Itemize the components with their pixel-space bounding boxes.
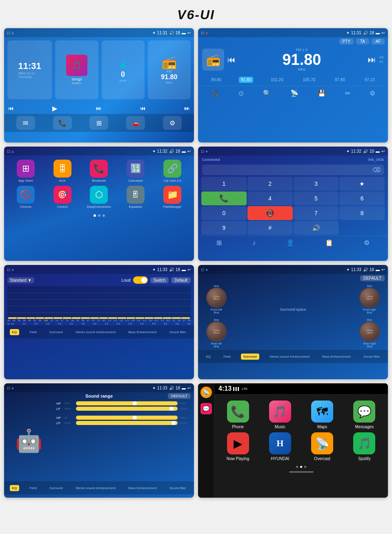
- phone-input-bar[interactable]: ⌫: [202, 165, 384, 175]
- surround-default-btn[interactable]: DEFAULT: [360, 275, 385, 281]
- fm-edit-icon[interactable]: ✏: [345, 89, 350, 97]
- fm-save-icon[interactable]: 💾: [318, 89, 326, 97]
- fm-toggle-icon[interactable]: ⊙: [238, 89, 244, 97]
- nav-phone-btn[interactable]: 📞: [53, 116, 72, 130]
- fm-prev-btn[interactable]: ⏮: [140, 105, 146, 111]
- key-volume[interactable]: 🔊: [294, 221, 339, 235]
- cp-app-spotify[interactable]: 🎵 Spotify: [345, 432, 384, 461]
- app-easyconnect[interactable]: ⬡ EasyConnection: [82, 186, 116, 209]
- surround-tab-surround[interactable]: Surround: [241, 354, 259, 360]
- eq-preset-dropdown[interactable]: Standard ▼: [7, 277, 34, 283]
- nav-car-btn[interactable]: 🚗: [126, 116, 145, 130]
- fm-freq-91[interactable]: 91.80: [239, 77, 253, 83]
- phone-music-icon[interactable]: ♪: [252, 239, 256, 247]
- app-filemanager[interactable]: 📁 FileManager: [156, 186, 189, 209]
- play-btn[interactable]: ▶: [52, 105, 57, 112]
- next-btn[interactable]: ⏭: [96, 105, 102, 111]
- cp-app-music[interactable]: 🎵 Music: [261, 400, 299, 429]
- phone-grid-icon[interactable]: ⊞: [216, 239, 222, 247]
- eq-tab-field[interactable]: Field: [27, 329, 39, 335]
- key-hash[interactable]: #: [247, 221, 293, 235]
- key-3[interactable]: 3: [294, 177, 339, 191]
- cp-app-overcast[interactable]: 📡 Overcast: [303, 432, 342, 461]
- fm-freq-89[interactable]: 89.80: [209, 77, 223, 83]
- eq-loud-toggle[interactable]: [133, 276, 148, 284]
- key-star[interactable]: ★: [339, 177, 385, 191]
- carplay-messages-icon[interactable]: 💬: [200, 403, 212, 414]
- pty-btn[interactable]: PTY: [339, 38, 354, 44]
- fm-freq-105[interactable]: 105.70: [301, 77, 317, 83]
- cp-app-maps[interactable]: 🗺 Maps: [303, 400, 342, 429]
- key-6[interactable]: 6: [339, 191, 385, 205]
- surround-tab-filter[interactable]: Sound filter: [361, 354, 382, 360]
- eq-tab-eq[interactable]: EQ: [10, 329, 20, 335]
- hp-slider-1[interactable]: [76, 401, 178, 405]
- surround-tab-stereo[interactable]: Stereo sound enhancement: [267, 354, 312, 360]
- eq-tab-surround[interactable]: Surround: [47, 329, 65, 335]
- af-btn[interactable]: AF: [372, 38, 385, 44]
- cp-app-hyundai[interactable]: H HYUNDAI: [261, 432, 299, 461]
- eq-tab-filter[interactable]: Sound filter: [167, 329, 188, 335]
- key-end[interactable]: 📵: [247, 206, 293, 220]
- fm-next-btn[interactable]: ⏭: [184, 105, 190, 111]
- surround-tab-bass[interactable]: Bass Enhancement: [320, 354, 353, 360]
- phone-calls-icon[interactable]: 📋: [325, 239, 333, 247]
- fm-headphones-icon[interactable]: 🎧: [211, 89, 219, 97]
- key-4[interactable]: 4: [247, 191, 293, 205]
- surround-tab-eq[interactable]: EQ: [204, 354, 214, 360]
- fm-freq-87[interactable]: 87.80: [333, 77, 347, 83]
- key-7[interactable]: 7: [294, 206, 339, 220]
- eq-tab-bass[interactable]: Bass Enhancement: [126, 329, 159, 335]
- key-2[interactable]: 2: [247, 177, 293, 191]
- prev-btn[interactable]: ⏮: [8, 105, 14, 111]
- app-aux[interactable]: 🎛 AUX: [46, 160, 79, 182]
- eq-default-btn[interactable]: Default: [171, 277, 191, 283]
- fm-antenna-icon[interactable]: 📡: [290, 89, 298, 97]
- sound-tab-filter[interactable]: Sound filter: [167, 485, 188, 491]
- cp-app-phone[interactable]: 📞 Phone: [218, 400, 257, 429]
- sound-tab-field[interactable]: Field: [27, 485, 39, 491]
- surround-tab-field[interactable]: Field: [221, 354, 233, 360]
- app-calculator[interactable]: 🔢 Calculator: [119, 160, 152, 182]
- lp-slider-2[interactable]: [76, 421, 178, 425]
- knob-rr-control[interactable]: 0.5ms 10cm: [359, 321, 380, 342]
- key-0[interactable]: 0: [201, 206, 247, 220]
- app-equalizer[interactable]: 🎚 Equalizer: [119, 186, 152, 209]
- app-chrome[interactable]: 🚫 Chrome: [9, 186, 42, 209]
- backspace-icon[interactable]: ⌫: [372, 167, 381, 173]
- app-control[interactable]: 🎯 Control: [46, 186, 79, 209]
- key-8[interactable]: 8: [339, 206, 385, 220]
- nav-apps-btn[interactable]: ⊞: [89, 116, 108, 130]
- knob-fr-control[interactable]: 1.0ms 32cm: [359, 287, 380, 308]
- fm-freq-97[interactable]: 97.10: [363, 77, 377, 83]
- key-call[interactable]: 📞: [201, 191, 247, 205]
- nav-settings-btn[interactable]: ⚙: [163, 116, 182, 130]
- fm-prev-station[interactable]: ⏮: [227, 55, 236, 65]
- phone-contact-icon[interactable]: 👤: [286, 239, 294, 247]
- cp-app-messages[interactable]: 💬 Messages: [345, 400, 384, 429]
- fm-search-icon[interactable]: 🔍: [263, 89, 271, 97]
- key-9[interactable]: 9: [201, 221, 247, 235]
- phone-settings-icon[interactable]: ⚙: [364, 239, 370, 247]
- eq-switch-btn[interactable]: Switch: [150, 277, 169, 283]
- sound-tab-bass[interactable]: Bass Enhancement: [126, 485, 159, 491]
- fm-settings-icon[interactable]: ⚙: [370, 89, 375, 97]
- app-appstore[interactable]: ⊞ App Store: [9, 160, 42, 182]
- lp-slider-1[interactable]: [76, 407, 178, 411]
- ta-btn[interactable]: TA: [356, 38, 369, 44]
- sound-tab-stereo[interactable]: Stereo sound enhancement: [73, 485, 118, 491]
- knob-rl-control[interactable]: 1.0ms 32cm: [206, 321, 227, 342]
- fm-next-station[interactable]: ⏭: [368, 55, 376, 65]
- knob-fl-control[interactable]: 0.6cm 68cm: [206, 287, 227, 308]
- nav-messages-btn[interactable]: ✉: [16, 116, 35, 130]
- sound-tab-surround[interactable]: Surround: [47, 485, 65, 491]
- app-bluetooth[interactable]: 📞 Bluetooth: [82, 160, 116, 182]
- sound-tab-eq[interactable]: EQ: [10, 485, 20, 491]
- app-carlink[interactable]: 🔗 Car Link 2.0: [156, 160, 189, 182]
- hp-slider-2[interactable]: [76, 416, 178, 420]
- key-1[interactable]: 1: [201, 177, 247, 191]
- key-5[interactable]: 5: [294, 191, 339, 205]
- cp-app-nowplaying[interactable]: ▶ Now Playing: [218, 432, 257, 461]
- eq-tab-stereo[interactable]: Stereo sound enhancement: [73, 329, 118, 335]
- fm-freq-101[interactable]: 101.20: [269, 77, 285, 83]
